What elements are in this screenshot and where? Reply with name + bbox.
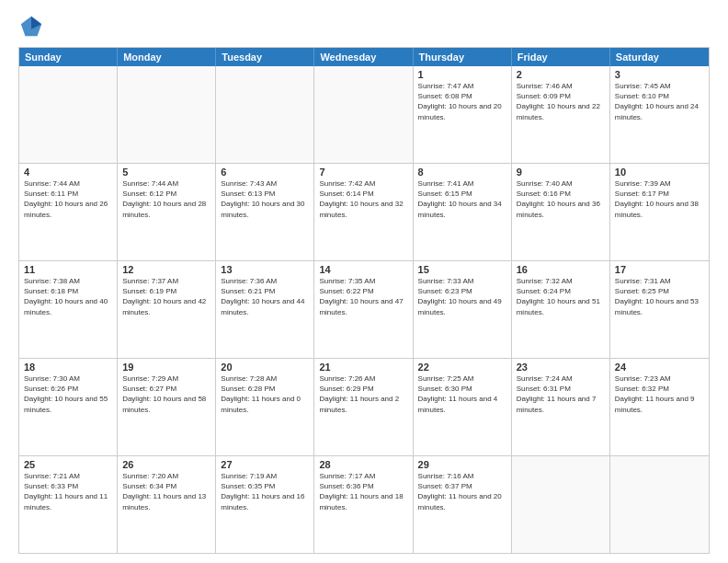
calendar-row: 25Sunrise: 7:21 AM Sunset: 6:33 PM Dayli… — [19, 456, 709, 553]
day-header: Tuesday — [216, 48, 314, 66]
day-header: Friday — [512, 48, 610, 66]
day-number: 19 — [122, 362, 210, 373]
day-details: Sunrise: 7:44 AM Sunset: 6:11 PM Dayligh… — [24, 178, 112, 220]
calendar-cell: 14Sunrise: 7:35 AM Sunset: 6:22 PM Dayli… — [314, 261, 413, 358]
day-number: 11 — [24, 264, 112, 275]
day-number: 21 — [319, 362, 407, 373]
calendar-cell: 15Sunrise: 7:33 AM Sunset: 6:23 PM Dayli… — [414, 261, 512, 358]
day-number: 5 — [122, 167, 210, 178]
calendar: SundayMondayTuesdayWednesdayThursdayFrid… — [18, 47, 710, 554]
day-header: Thursday — [414, 48, 512, 66]
calendar-cell: 16Sunrise: 7:32 AM Sunset: 6:24 PM Dayli… — [512, 261, 610, 358]
day-details: Sunrise: 7:40 AM Sunset: 6:16 PM Dayligh… — [517, 178, 605, 220]
day-details: Sunrise: 7:23 AM Sunset: 6:32 PM Dayligh… — [615, 373, 704, 415]
day-number: 8 — [418, 167, 506, 178]
day-number: 23 — [517, 362, 605, 373]
day-number: 27 — [221, 459, 309, 470]
calendar-cell: 2Sunrise: 7:46 AM Sunset: 6:09 PM Daylig… — [512, 66, 610, 163]
day-details: Sunrise: 7:44 AM Sunset: 6:12 PM Dayligh… — [122, 178, 210, 220]
day-details: Sunrise: 7:32 AM Sunset: 6:24 PM Dayligh… — [517, 276, 605, 317]
calendar-cell — [512, 456, 610, 553]
day-number: 3 — [615, 69, 704, 80]
logo-icon — [18, 14, 44, 40]
day-number: 25 — [24, 459, 112, 470]
day-details: Sunrise: 7:20 AM Sunset: 6:34 PM Dayligh… — [122, 471, 210, 512]
day-number: 13 — [221, 264, 309, 275]
calendar-row: 18Sunrise: 7:30 AM Sunset: 6:26 PM Dayli… — [19, 359, 709, 456]
day-details: Sunrise: 7:46 AM Sunset: 6:09 PM Dayligh… — [517, 81, 605, 122]
day-details: Sunrise: 7:36 AM Sunset: 6:21 PM Dayligh… — [221, 276, 309, 317]
day-header: Sunday — [19, 48, 118, 66]
calendar-cell — [19, 66, 118, 163]
calendar-cell: 13Sunrise: 7:36 AM Sunset: 6:21 PM Dayli… — [216, 261, 314, 358]
calendar-cell: 20Sunrise: 7:28 AM Sunset: 6:28 PM Dayli… — [216, 359, 314, 455]
calendar-cell: 28Sunrise: 7:17 AM Sunset: 6:36 PM Dayli… — [314, 456, 413, 553]
day-details: Sunrise: 7:16 AM Sunset: 6:37 PM Dayligh… — [418, 471, 506, 512]
calendar-cell: 17Sunrise: 7:31 AM Sunset: 6:25 PM Dayli… — [610, 261, 709, 358]
day-details: Sunrise: 7:31 AM Sunset: 6:25 PM Dayligh… — [615, 276, 704, 317]
calendar-cell: 9Sunrise: 7:40 AM Sunset: 6:16 PM Daylig… — [512, 164, 610, 260]
calendar-header: SundayMondayTuesdayWednesdayThursdayFrid… — [19, 48, 709, 66]
day-details: Sunrise: 7:30 AM Sunset: 6:26 PM Dayligh… — [24, 373, 112, 415]
day-details: Sunrise: 7:37 AM Sunset: 6:19 PM Dayligh… — [122, 276, 210, 317]
day-number: 6 — [221, 167, 309, 178]
calendar-cell: 19Sunrise: 7:29 AM Sunset: 6:27 PM Dayli… — [118, 359, 216, 455]
day-number: 16 — [517, 264, 605, 275]
day-details: Sunrise: 7:24 AM Sunset: 6:31 PM Dayligh… — [517, 373, 605, 415]
calendar-cell: 12Sunrise: 7:37 AM Sunset: 6:19 PM Dayli… — [118, 261, 216, 358]
calendar-cell: 8Sunrise: 7:41 AM Sunset: 6:15 PM Daylig… — [414, 164, 512, 260]
day-number: 7 — [319, 167, 407, 178]
calendar-cell: 24Sunrise: 7:23 AM Sunset: 6:32 PM Dayli… — [610, 359, 709, 455]
day-details: Sunrise: 7:45 AM Sunset: 6:10 PM Dayligh… — [615, 81, 704, 122]
day-number: 29 — [418, 459, 506, 470]
day-details: Sunrise: 7:29 AM Sunset: 6:27 PM Dayligh… — [122, 373, 210, 415]
calendar-cell: 22Sunrise: 7:25 AM Sunset: 6:30 PM Dayli… — [414, 359, 512, 455]
day-header: Saturday — [610, 48, 709, 66]
day-number: 15 — [418, 264, 506, 275]
calendar-cell — [216, 66, 314, 163]
calendar-row: 4Sunrise: 7:44 AM Sunset: 6:11 PM Daylig… — [19, 164, 709, 261]
day-number: 17 — [615, 264, 704, 275]
calendar-cell — [314, 66, 413, 163]
day-details: Sunrise: 7:38 AM Sunset: 6:18 PM Dayligh… — [24, 276, 112, 317]
page: SundayMondayTuesdayWednesdayThursdayFrid… — [0, 0, 728, 563]
day-number: 2 — [517, 69, 605, 80]
calendar-cell: 6Sunrise: 7:43 AM Sunset: 6:13 PM Daylig… — [216, 164, 314, 260]
day-number: 9 — [517, 167, 605, 178]
day-details: Sunrise: 7:35 AM Sunset: 6:22 PM Dayligh… — [319, 276, 407, 317]
calendar-cell: 4Sunrise: 7:44 AM Sunset: 6:11 PM Daylig… — [19, 164, 118, 260]
day-details: Sunrise: 7:33 AM Sunset: 6:23 PM Dayligh… — [418, 276, 506, 317]
calendar-cell: 5Sunrise: 7:44 AM Sunset: 6:12 PM Daylig… — [118, 164, 216, 260]
day-details: Sunrise: 7:42 AM Sunset: 6:14 PM Dayligh… — [319, 178, 407, 220]
day-details: Sunrise: 7:41 AM Sunset: 6:15 PM Dayligh… — [418, 178, 506, 220]
calendar-cell: 11Sunrise: 7:38 AM Sunset: 6:18 PM Dayli… — [19, 261, 118, 358]
day-details: Sunrise: 7:21 AM Sunset: 6:33 PM Dayligh… — [24, 471, 112, 512]
calendar-cell: 18Sunrise: 7:30 AM Sunset: 6:26 PM Dayli… — [19, 359, 118, 455]
calendar-cell: 3Sunrise: 7:45 AM Sunset: 6:10 PM Daylig… — [610, 66, 709, 163]
day-number: 28 — [319, 459, 407, 470]
calendar-row: 1Sunrise: 7:47 AM Sunset: 6:08 PM Daylig… — [19, 66, 709, 164]
day-number: 22 — [418, 362, 506, 373]
calendar-cell — [610, 456, 709, 553]
calendar-cell: 23Sunrise: 7:24 AM Sunset: 6:31 PM Dayli… — [512, 359, 610, 455]
day-number: 12 — [122, 264, 210, 275]
calendar-cell — [118, 66, 216, 163]
calendar-cell: 10Sunrise: 7:39 AM Sunset: 6:17 PM Dayli… — [610, 164, 709, 260]
calendar-cell: 27Sunrise: 7:19 AM Sunset: 6:35 PM Dayli… — [216, 456, 314, 553]
day-details: Sunrise: 7:19 AM Sunset: 6:35 PM Dayligh… — [221, 471, 309, 512]
day-number: 1 — [418, 69, 506, 80]
day-details: Sunrise: 7:26 AM Sunset: 6:29 PM Dayligh… — [319, 373, 407, 415]
day-details: Sunrise: 7:43 AM Sunset: 6:13 PM Dayligh… — [221, 178, 309, 220]
day-number: 24 — [615, 362, 704, 373]
day-number: 18 — [24, 362, 112, 373]
day-header: Wednesday — [314, 48, 413, 66]
day-details: Sunrise: 7:47 AM Sunset: 6:08 PM Dayligh… — [418, 81, 506, 122]
calendar-cell: 21Sunrise: 7:26 AM Sunset: 6:29 PM Dayli… — [314, 359, 413, 455]
day-number: 20 — [221, 362, 309, 373]
day-number: 10 — [615, 167, 704, 178]
day-number: 26 — [122, 459, 210, 470]
calendar-cell: 29Sunrise: 7:16 AM Sunset: 6:37 PM Dayli… — [414, 456, 512, 553]
day-details: Sunrise: 7:17 AM Sunset: 6:36 PM Dayligh… — [319, 471, 407, 512]
day-number: 14 — [319, 264, 407, 275]
calendar-cell: 26Sunrise: 7:20 AM Sunset: 6:34 PM Dayli… — [118, 456, 216, 553]
